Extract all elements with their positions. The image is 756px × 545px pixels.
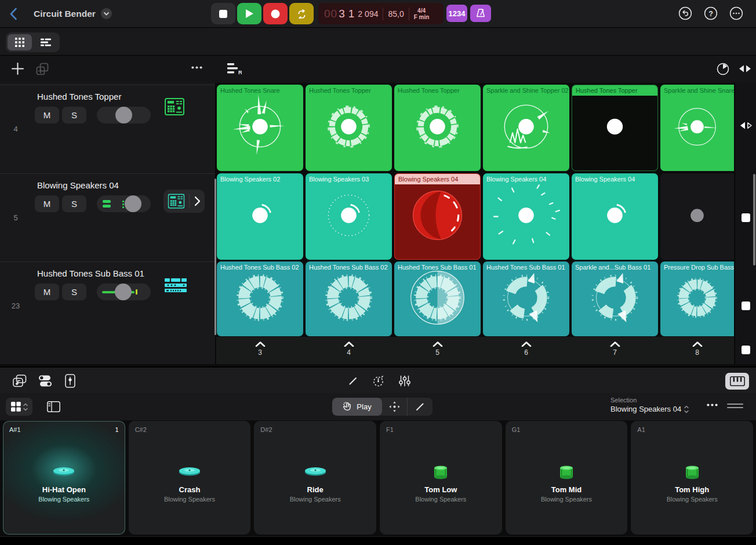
scene-trigger[interactable]: 5 — [394, 337, 481, 364]
loop-cell[interactable]: Hushed Tones Sub Bass 01 — [394, 261, 481, 336]
move-tool-button[interactable] — [382, 398, 407, 416]
smart-controls-icon[interactable] — [38, 375, 52, 387]
duplicate-icon[interactable] — [36, 63, 49, 75]
row-stop-button[interactable] — [742, 301, 750, 310]
loop-cell[interactable]: Hushed Tones Sub Bass 01 — [483, 261, 569, 336]
instrument-button-group[interactable] — [163, 190, 205, 213]
selection-value: Blowing Speakers 04 — [610, 405, 681, 413]
loop-cell[interactable]: Blowing Speakers 04 — [483, 173, 569, 260]
channel-strip-icon[interactable] — [65, 374, 75, 388]
count-in-button[interactable]: 1234 — [446, 5, 467, 22]
drum-pad[interactable]: D#2RideBlowing Speakers — [254, 421, 376, 535]
title-menu-icon[interactable] — [101, 8, 112, 19]
track-header[interactable]: 5Blowing Speakers 04MS — [0, 173, 215, 260]
pad-kit-name: Blowing Speakers — [631, 496, 753, 503]
slider-knob[interactable] — [115, 284, 132, 300]
mute-button[interactable]: M — [35, 284, 59, 300]
loops-browser-icon[interactable] — [13, 375, 27, 387]
row-header-icon[interactable]: R — [227, 63, 242, 75]
loop-cell[interactable]: Sparkle and Shine Topper 02 — [483, 85, 569, 171]
scene-stop-button[interactable] — [742, 346, 750, 354]
scene-trigger[interactable]: 6 — [483, 337, 569, 364]
pad-note: F1 — [386, 426, 394, 433]
loop-cell[interactable]: Hushed Tones Snare — [217, 85, 303, 171]
drum-pad[interactable]: G1Tom MidBlowing Speakers — [506, 421, 628, 535]
selection-control[interactable]: Selection Blowing Speakers 04 — [610, 397, 689, 413]
quantize-clock-icon[interactable] — [717, 63, 729, 75]
volume-slider[interactable] — [97, 284, 151, 300]
drum-pad[interactable]: F1Tom LowBlowing Speakers — [380, 421, 502, 535]
loop-cell[interactable]: Hushed Tones Sub Bass 02 — [306, 261, 392, 336]
play-tool-button[interactable]: Play — [332, 398, 382, 416]
lcd-display[interactable]: 00 3 1 2 094 85,0 4/4 F min — [318, 3, 444, 24]
pad-view-selector[interactable] — [6, 398, 32, 416]
instrument-icon[interactable] — [165, 98, 184, 115]
track-header[interactable]: 23Hushed Tones Sub Bass 01MS — [0, 261, 215, 337]
scene-chevron-icon — [692, 341, 703, 347]
record-button[interactable] — [263, 3, 288, 24]
instrument-icon[interactable] — [165, 278, 187, 292]
metronome-button[interactable] — [470, 5, 491, 22]
loop-cell[interactable]: Sparkle and...Sub Bass 01 — [572, 261, 658, 336]
stop-button[interactable] — [211, 3, 235, 24]
row-play-icon[interactable] — [740, 121, 753, 130]
sidebar-toggle-icon[interactable] — [47, 401, 60, 412]
loop-cell[interactable] — [660, 173, 734, 260]
lcd-signature: 4/4 F min — [414, 8, 430, 20]
edit-tool-button[interactable] — [408, 398, 432, 416]
mixer-icon[interactable] — [399, 375, 410, 387]
cycle-button[interactable] — [289, 3, 314, 24]
expand-chevron-icon[interactable] — [190, 197, 205, 206]
back-icon[interactable] — [9, 8, 17, 20]
divider-arrows-icon[interactable] — [739, 64, 751, 73]
add-track-button[interactable] — [12, 63, 24, 75]
loop-cell[interactable]: Hushed Tones Sub Bass 02 — [217, 261, 303, 336]
grid-view-button[interactable] — [8, 34, 32, 50]
edit-tool-icon[interactable] — [348, 376, 358, 386]
pad-kit-name: Blowing Speakers — [506, 496, 627, 503]
solo-button[interactable]: S — [62, 284, 86, 300]
track-options-icon[interactable] — [191, 66, 202, 69]
scene-trigger[interactable]: 7 — [572, 337, 658, 364]
drum-pad[interactable]: C#2CrashBlowing Speakers — [129, 421, 251, 535]
instrument-icon[interactable] — [165, 194, 187, 209]
loop-cell[interactable]: Blowing Speakers 04 — [394, 173, 481, 260]
slider-knob[interactable] — [115, 107, 132, 123]
track-name: Hushed Tones Topper — [37, 92, 121, 101]
loop-cell[interactable]: Sparkle and Shine Snare — [660, 85, 734, 171]
volume-slider[interactable] — [97, 107, 151, 123]
header-scrollbar[interactable] — [215, 179, 216, 335]
drum-pad[interactable]: A#11Hi-Hat OpenBlowing Speakers — [3, 421, 125, 535]
loop-cell[interactable]: Pressure Drop Sub Bass — [660, 261, 734, 336]
loop-cell[interactable]: Blowing Speakers 04 — [572, 173, 658, 260]
loop-cell[interactable]: Blowing Speakers 02 — [217, 173, 303, 260]
scene-trigger[interactable]: 4 — [306, 337, 392, 364]
drum-pad[interactable]: A1Tom HighBlowing Speakers — [631, 421, 753, 535]
pads-more-icon[interactable] — [707, 404, 718, 406]
solo-button[interactable]: S — [62, 107, 86, 123]
loop-cell[interactable]: Hushed Tones Topper — [306, 85, 392, 171]
mute-button[interactable]: M — [35, 195, 59, 212]
loop-cell[interactable]: Blowing Speakers 03 — [306, 173, 392, 260]
row-stop-button[interactable] — [742, 213, 750, 222]
more-options-icon[interactable] — [729, 6, 743, 20]
time-quantize-icon[interactable] — [372, 375, 384, 387]
scene-trigger[interactable]: 8 — [660, 337, 734, 364]
tracks-view-button[interactable] — [34, 34, 58, 50]
undo-icon[interactable] — [678, 6, 692, 20]
slider-knob[interactable] — [125, 195, 141, 212]
play-button[interactable] — [237, 3, 261, 24]
solo-button[interactable]: S — [62, 195, 86, 212]
bottom-edge — [0, 536, 756, 545]
loop-cell[interactable]: Hushed Tones Topper — [572, 85, 658, 171]
grid-scrollbar[interactable] — [753, 174, 755, 266]
track-header[interactable]: 4Hushed Tones TopperMS — [0, 85, 215, 172]
loop-cell[interactable]: Hushed Tones Topper — [394, 85, 481, 171]
volume-slider[interactable] — [97, 195, 151, 212]
scene-trigger[interactable]: 3 — [217, 337, 303, 364]
panel-drag-handle[interactable] — [727, 404, 743, 410]
help-icon[interactable]: ? — [704, 6, 718, 20]
mute-button[interactable]: M — [35, 107, 59, 123]
lcd-tempo: 85,0 — [388, 9, 404, 19]
keyboard-toggle-button[interactable] — [725, 373, 749, 390]
